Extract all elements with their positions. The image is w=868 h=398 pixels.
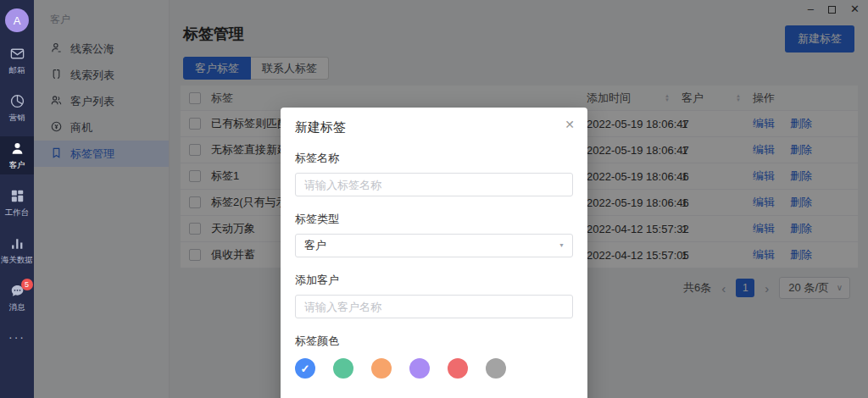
color-option-purple[interactable] [409, 358, 430, 379]
rail-more-button[interactable]: ··· [8, 330, 25, 344]
rail-item-workbench[interactable]: 工作台 [0, 184, 34, 222]
color-option-blue[interactable] [295, 358, 315, 379]
bar-chart-icon [9, 235, 25, 252]
mail-icon [9, 46, 25, 62]
avatar[interactable]: A [5, 8, 29, 32]
rail-item-label: 邮箱 [9, 64, 25, 75]
tag-name-input[interactable] [295, 173, 573, 196]
rail-item-label: 客户 [9, 159, 25, 170]
color-option-red[interactable] [448, 358, 468, 379]
tag-type-label: 标签类型 [295, 212, 573, 227]
rail-item-messages[interactable]: 5 消息 [0, 279, 34, 317]
close-icon[interactable]: ✕ [565, 118, 575, 131]
rail-item-customer[interactable]: 客户 [0, 136, 34, 174]
pie-chart-icon [9, 93, 25, 109]
tag-name-label: 标签名称 [295, 151, 573, 166]
message-badge: 5 [21, 279, 33, 290]
tag-color-label: 标签颜色 [295, 334, 573, 349]
tag-type-select[interactable]: 客户 [295, 234, 573, 257]
rail-item-marketing[interactable]: 营销 [0, 89, 34, 127]
rail-item-label: 海关数据 [1, 254, 33, 265]
color-option-green[interactable] [333, 358, 353, 379]
create-tag-modal: 新建标签 ✕ 标签名称 标签类型 客户 添加客户 标签颜色 取 消 确 定 [281, 108, 587, 398]
tag-color-options [295, 358, 573, 379]
rail-item-label: 营销 [9, 112, 25, 123]
rail-item-customs-data[interactable]: 海关数据 [0, 231, 34, 269]
person-icon [9, 141, 25, 157]
chat-icon: 5 [9, 283, 25, 299]
add-customer-input[interactable] [295, 295, 573, 318]
color-option-orange[interactable] [371, 358, 392, 379]
app-window: A 邮箱 营销 客户 工作台 [0, 0, 868, 398]
grid-icon [9, 188, 25, 204]
color-option-gray[interactable] [486, 358, 506, 379]
add-customer-label: 添加客户 [295, 273, 573, 288]
rail-item-label: 工作台 [5, 207, 30, 218]
rail-item-mail[interactable]: 邮箱 [0, 41, 34, 80]
modal-title: 新建标签 [295, 119, 573, 135]
icon-rail: A 邮箱 营销 客户 工作台 [0, 0, 34, 398]
rail-item-label: 消息 [9, 301, 25, 312]
